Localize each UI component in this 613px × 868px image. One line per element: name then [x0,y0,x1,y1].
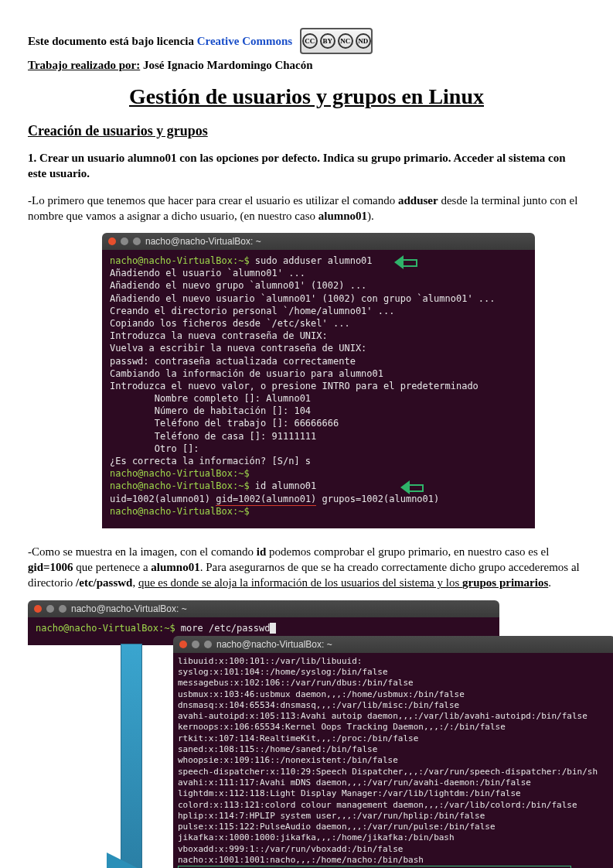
page-title: Gestión de usuarios y grupos en Linux [28,84,585,109]
p1-b1: adduser [398,194,438,207]
t2b-l12: lightdm:x:112:118:Light Display Manager:… [178,788,521,798]
terminal-2a-title: nacho@nacho-VirtualBox: ~ [71,603,187,614]
minimize-icon[interactable] [46,605,54,613]
paragraph-2: -Como se muestra en la imagen, con el co… [28,544,585,591]
p1-b2: alumno01 [318,210,367,222]
terminal-group-2: nacho@nacho-VirtualBox: ~ nacho@nacho-Vi… [28,600,584,868]
p2-b5: grupos primarios [462,576,548,589]
t2a-cmd: more /etc/passwd [175,623,271,634]
t2b-l18: nacho:x:1001:1001:nacho,,,:/home/nacho:/… [178,855,424,865]
arrow-icon [400,482,422,491]
t1-l14: Teléfono del trabajo []: 66666666 [110,418,339,429]
close-icon[interactable] [179,641,187,648]
by-icon: BY [320,33,335,49]
arrow-icon [394,257,416,266]
author-name: José Ignacio Mardomingo Chacón [140,59,312,71]
license-text: Este documento está bajo licencia Creati… [28,35,292,48]
t2b-l16: jikafka:x:1000:1000:jikafka,,,:/home/jik… [178,832,455,842]
t1-l19-cmd: id alumno01 [250,480,317,491]
t1-l20c: grupos=1002(alumno01) [316,494,439,504]
terminal-2b-titlebar: nacho@nacho-VirtualBox: ~ [173,636,613,653]
t1-l17: ¿Es correcta la información? [S/n] s [110,456,311,466]
t1-l5: Creando el directorio personal `/home/al… [110,306,394,316]
t1-l9: passwd: contraseña actualizada correctam… [110,356,356,367]
paragraph-1: -Lo primero que tenemos que hacer para c… [28,193,585,224]
task-statement: 1. Crear un usuario alumno01 con las opc… [28,150,585,182]
terminal-1-body: nacho@nacho-VirtualBox:~$ sudo adduser a… [102,250,535,528]
t1-l10: Cambiando la información de usuario para… [110,368,383,379]
t1-l16: Otro []: [110,443,199,454]
t1-l11: Introduzca el nuevo valor, o presione IN… [110,381,478,391]
p2-t3: que pertenece a [73,561,152,573]
p2-u1: que es donde se aloja la información de … [138,576,462,589]
terminal-2b-body: libuuid:x:100:101::/var/lib/libuuid: sys… [173,653,613,868]
t1-l12: Nombre completo []: Alumno01 [110,393,311,404]
p1-t1: -Lo primero que tenemos que hacer para c… [28,194,398,207]
t1-l21-prompt: nacho@nacho-VirtualBox:~$ [110,506,250,517]
close-icon[interactable] [108,238,116,245]
t2b-l14: hplip:x:114:7:HPLIP system user,,,:/var/… [178,811,485,821]
cursor-icon [270,623,276,634]
maximize-icon[interactable] [204,641,212,648]
t1-l1-prompt: nacho@nacho-VirtualBox:~$ [110,255,250,266]
t2b-l0: libuuid:x:100:101::/var/lib/libuuid: [178,656,362,666]
t1-l8: Vuelva a escribir la nueva contraseña de… [110,343,366,354]
t2b-l15: pulse:x:115:122:PulseAudio daemon,,,:/va… [178,822,496,832]
p1-t3: ). [367,210,374,222]
t1-l13: Número de habitación []: 104 [110,405,311,416]
t1-l20b: gid=1002(alumno01) [216,494,316,506]
t1-l2: Añadiendo el usuario `alumno01' ... [110,268,305,279]
p2-t1: -Como se muestra en la imagen, con el co… [28,545,257,558]
p2-t6: . [548,576,551,589]
t2b-l4: dnsmasq:x:104:65534:dnsmasq,,,:/var/lib/… [178,700,459,710]
t1-l18-prompt: nacho@nacho-VirtualBox:~$ [110,468,250,479]
t1-l1-cmd: sudo adduser alumno01 [250,255,373,266]
p2-b4: /etc/passwd [76,576,132,589]
terminal-2b-title: nacho@nacho-VirtualBox: ~ [216,639,332,650]
t2b-l6: kernoops:x:106:65534:Kernel Oops Trackin… [178,722,506,732]
t2b-l1: syslog:x:101:104::/home/syslog:/bin/fals… [178,667,388,677]
p2-b3: alumno01 [151,561,199,573]
creative-commons-link[interactable]: Creative Commons [197,35,292,47]
p2-b1: id [257,545,267,558]
nd-icon: ND [356,33,371,49]
cc-badge-icon: CC BY NC ND [300,28,373,54]
license-prefix: Este documento está bajo licencia [28,35,197,47]
minimize-icon[interactable] [121,238,128,245]
terminal-1-titlebar: nacho@nacho-VirtualBox: ~ [102,233,535,250]
section-heading: Creación de usuarios y grupos [28,123,585,139]
t2b-l7: rtkit:x:107:114:RealtimeKit,,,:/proc:/bi… [178,733,418,743]
t2b-l9: whoopsie:x:109:116::/nonexistent:/bin/fa… [178,755,398,765]
t1-l4: Añadiendo el nuevo usuario `alumno01' (1… [110,293,496,304]
t2b-l17: vboxadd:x:999:1::/var/run/vboxadd:/bin/f… [178,844,403,854]
t2b-l8: saned:x:108:115::/home/saned:/bin/false [178,744,377,754]
author-label: Trabajo realizado por: [28,59,140,71]
terminal-2b: nacho@nacho-VirtualBox: ~ libuuid:x:100:… [173,636,613,868]
t2b-l2: messagebus:x:102:106::/var/run/dbus:/bin… [178,678,414,688]
p2-t2: podemos comprobar el grupo primario, en … [266,545,549,558]
t2b-l5: avahi-autoipd:x:105:113:Avahi autoip dae… [178,711,587,721]
big-arrow-icon [105,644,167,868]
t2a-prompt: nacho@nacho-VirtualBox:~$ [36,623,175,634]
t1-l15: Teléfono de casa []: 91111111 [110,431,316,442]
minimize-icon[interactable] [192,641,199,648]
t1-l6: Copiando los ficheros desde `/etc/skel' … [110,318,350,329]
t1-l3: Añadiendo el nuevo grupo `alumno01' (100… [110,280,366,291]
terminal-2a-titlebar: nacho@nacho-VirtualBox: ~ [28,600,499,617]
close-icon[interactable] [34,605,42,613]
t2b-l11: avahi:x:111:117:Avahi mDNS daemon,,,:/va… [178,777,531,788]
t2b-l13: colord:x:113:121:colord colour managemen… [178,800,577,810]
t2b-l10: speech-dispatcher:x:110:29:Speech Dispat… [178,767,598,777]
t2b-l3: usbmux:x:103:46:usbmux daemon,,,:/home/u… [178,689,465,699]
p2-t5: , [132,576,138,589]
terminal-1: nacho@nacho-VirtualBox: ~ nacho@nacho-Vi… [102,233,535,528]
t1-l20a: uid=1002(alumno01) [110,494,216,504]
t1-l7: Introduzca la nueva contraseña de UNIX: [110,330,328,341]
maximize-icon[interactable] [59,605,66,613]
maximize-icon[interactable] [133,238,141,245]
author-line: Trabajo realizado por: José Ignacio Mard… [28,59,585,72]
nc-icon: NC [338,33,353,49]
cc-icon: CC [302,33,318,49]
p2-b2: gid=1006 [28,561,73,573]
license-row: Este documento está bajo licencia Creati… [28,28,585,54]
